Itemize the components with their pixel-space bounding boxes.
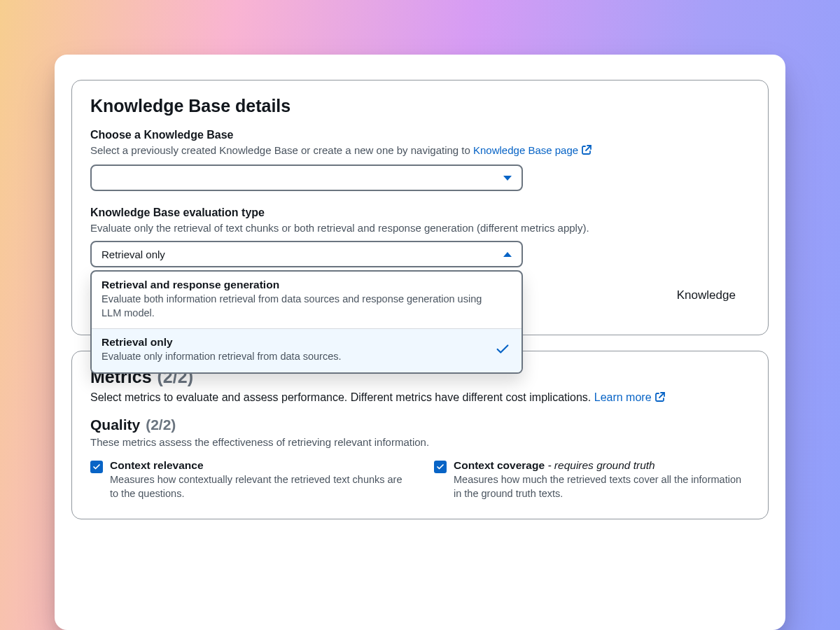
external-link-icon xyxy=(654,391,666,405)
metric-text: Context relevance Measures how contextua… xyxy=(110,459,406,500)
metrics-grid: Context relevance Measures how contextua… xyxy=(90,459,750,500)
kb-page-link[interactable]: Knowledge Base page xyxy=(473,144,592,156)
learn-more-link[interactable]: Learn more xyxy=(594,391,666,403)
metric-desc: Measures how contextually relevant the r… xyxy=(110,473,406,500)
checkbox-context-coverage[interactable] xyxy=(434,461,447,473)
eval-type-desc: Evaluate only the retrieval of text chun… xyxy=(90,220,750,235)
eval-type-select[interactable]: Retrieval only xyxy=(90,241,523,267)
check-icon xyxy=(495,342,510,360)
metric-desc: Measures how much the retrieved texts co… xyxy=(454,473,750,500)
option-retrieval-only[interactable]: Retrieval only Evaluate only information… xyxy=(92,328,522,372)
metric-note: - requires ground truth xyxy=(545,459,655,471)
metric-text: Context coverage - requires ground truth… xyxy=(454,459,750,500)
external-link-icon xyxy=(581,144,592,159)
learn-more-text: Learn more xyxy=(594,391,652,403)
metric-label: Context coverage - requires ground truth xyxy=(454,459,750,472)
metrics-desc: Select metrics to evaluate and assess pe… xyxy=(90,391,750,405)
metric-context-relevance: Context relevance Measures how contextua… xyxy=(90,459,406,500)
checkbox-context-relevance[interactable] xyxy=(90,461,103,473)
quality-title: Quality xyxy=(90,416,140,433)
metrics-desc-text: Select metrics to evaluate and assess pe… xyxy=(90,391,594,403)
choose-kb-desc: Select a previously created Knowledge Ba… xyxy=(90,143,750,159)
metric-context-coverage: Context coverage - requires ground truth… xyxy=(434,459,750,500)
kb-select[interactable] xyxy=(90,164,523,191)
metric-label-text: Context coverage xyxy=(454,459,545,471)
kb-details-panel: Knowledge Base details Choose a Knowledg… xyxy=(71,80,769,335)
metrics-panel: Metrics (2/2) Select metrics to evaluate… xyxy=(71,351,769,519)
caret-up-icon xyxy=(503,252,512,257)
option-retrieval-and-generation[interactable]: Retrieval and response generation Evalua… xyxy=(92,272,522,328)
metric-label: Context relevance xyxy=(110,459,406,472)
quality-count: (2/2) xyxy=(146,416,176,433)
quality-desc: These metrics assess the effectiveness o… xyxy=(90,436,750,448)
eval-type-value: Retrieval only xyxy=(102,248,165,260)
app-window: Knowledge Base details Choose a Knowledg… xyxy=(55,55,785,630)
option-desc: Evaluate only information retrieval from… xyxy=(102,350,512,364)
eval-type-select-wrap: Retrieval only Retrieval and response ge… xyxy=(90,241,523,267)
eval-type-label: Knowledge Base evaluation type xyxy=(90,206,750,219)
caret-down-icon xyxy=(503,176,512,181)
quality-title-row: Quality (2/2) xyxy=(90,416,750,433)
kb-details-title: Knowledge Base details xyxy=(90,96,750,116)
eval-type-dropdown: Retrieval and response generation Evalua… xyxy=(90,270,523,374)
choose-kb-label: Choose a Knowledge Base xyxy=(90,129,750,141)
option-title: Retrieval and response generation xyxy=(102,279,512,291)
metric-label-text: Context relevance xyxy=(110,459,204,471)
option-desc: Evaluate both information retrieval from… xyxy=(102,293,512,320)
option-title: Retrieval only xyxy=(102,336,512,349)
choose-kb-desc-text: Select a previously created Knowledge Ba… xyxy=(90,144,473,156)
kb-page-link-text: Knowledge Base page xyxy=(473,144,578,156)
